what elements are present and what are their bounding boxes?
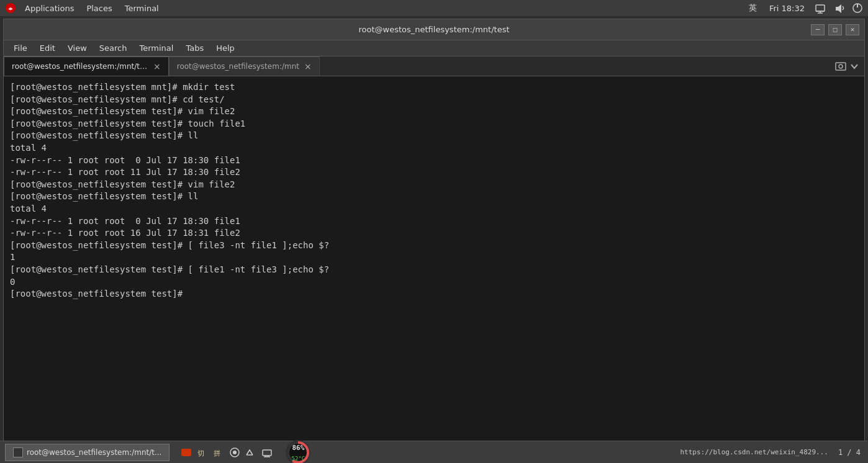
taskbar: root@westos_netfilesystem:/mnt/t... 切 拼 — [0, 441, 868, 463]
cpu-temp: 52°C — [292, 456, 305, 462]
taskbar-right: https://blog.csdn.net/weixin_4829... 1 /… — [675, 448, 868, 457]
minimize-button[interactable]: ─ — [811, 24, 825, 35]
menu-bar: File Edit View Search Terminal Tabs Help — [4, 40, 864, 56]
network-icon — [815, 2, 826, 14]
applications-menu[interactable]: Applications — [20, 2, 79, 14]
language-indicator: 英 — [746, 2, 759, 14]
tab-label-0: root@westos_netfilesystem:/mnt/test — [12, 62, 148, 71]
tab-0[interactable]: root@westos_netfilesystem:/mnt/test × — [4, 56, 169, 76]
terminal-content[interactable]: [root@westos_netfilesystem mnt]# mkdir t… — [4, 76, 864, 459]
tray-icon-3[interactable]: 拼 — [212, 446, 225, 459]
tab-screenshot-icon — [834, 60, 847, 73]
tray-icon-6[interactable] — [260, 446, 274, 459]
cpu-gauge: 86% 52°C — [284, 438, 312, 464]
svg-rect-15 — [263, 450, 271, 456]
maximize-button[interactable]: □ — [828, 24, 842, 35]
window-controls: ─ □ ✕ — [811, 24, 859, 35]
menu-tabs[interactable]: Tabs — [181, 42, 209, 54]
menu-edit[interactable]: Edit — [35, 42, 60, 54]
terminal-menu[interactable]: Terminal — [120, 2, 164, 14]
tray-icon-2[interactable]: 切 — [196, 446, 209, 459]
volume-icon — [833, 2, 844, 14]
svg-rect-9 — [181, 449, 191, 456]
clock: Fri 18:32 — [767, 4, 807, 13]
cpu-percent: 86% — [292, 444, 305, 452]
tab-close-1[interactable]: × — [304, 62, 312, 71]
svg-rect-7 — [836, 63, 846, 70]
tab-label-1: root@westos_netfilesystem:/mnt — [177, 62, 299, 71]
page-indicator: 1 / 4 — [838, 448, 861, 457]
tabs-bar: root@westos_netfilesystem:/mnt/test × ro… — [4, 56, 864, 76]
terminal-window: root@westos_netfilesystem:/mnt/test ─ □ … — [3, 19, 865, 459]
tray-icon-1[interactable] — [179, 446, 193, 459]
taskbar-window-item[interactable]: root@westos_netfilesystem:/mnt/t... — [5, 444, 170, 461]
blog-url: https://blog.csdn.net/weixin_4829... — [680, 448, 828, 456]
tray-icon-5[interactable] — [244, 446, 258, 459]
svg-rect-1 — [816, 5, 825, 11]
tray-icon-4[interactable] — [228, 446, 242, 459]
menu-terminal[interactable]: Terminal — [134, 42, 178, 54]
menu-search[interactable]: Search — [94, 42, 132, 54]
window-title: root@westos_netfilesystem:/mnt/test — [358, 25, 509, 34]
redhat-logo-icon — [5, 2, 16, 14]
tab-1[interactable]: root@westos_netfilesystem:/mnt × — [169, 56, 320, 76]
close-button[interactable]: ✕ — [846, 24, 859, 35]
tab-dropdown-icon[interactable] — [849, 61, 859, 71]
tab-close-0[interactable]: × — [153, 62, 161, 71]
menu-file[interactable]: File — [9, 42, 32, 54]
taskbar-window-label: root@westos_netfilesystem:/mnt/t... — [27, 448, 161, 457]
places-menu[interactable]: Places — [81, 2, 117, 14]
menu-help[interactable]: Help — [211, 42, 240, 54]
title-bar: root@westos_netfilesystem:/mnt/test ─ □ … — [4, 19, 864, 40]
system-bar-right: 英 Fri 18:32 — [746, 2, 863, 14]
taskbar-terminal-icon — [13, 447, 23, 457]
power-icon — [852, 2, 863, 14]
system-bar: Applications Places Terminal 英 Fri 18:32 — [0, 0, 868, 16]
svg-text:切: 切 — [197, 449, 204, 457]
taskbar-tray-icons: 切 拼 — [179, 446, 274, 459]
svg-point-8 — [839, 65, 843, 68]
menu-view[interactable]: View — [63, 42, 92, 54]
svg-text:拼: 拼 — [214, 449, 220, 457]
svg-point-13 — [233, 451, 237, 454]
